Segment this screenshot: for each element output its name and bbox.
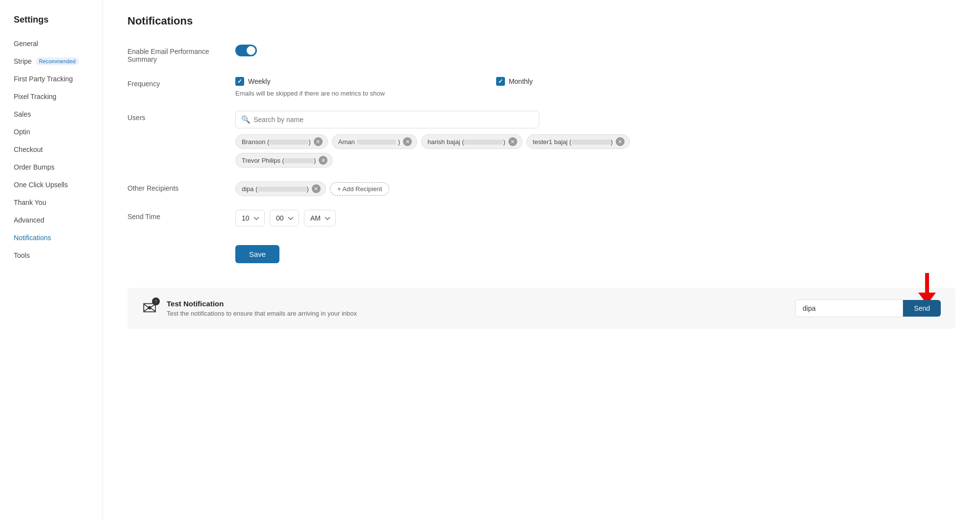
tag-name: harish bajaj () <box>427 138 505 146</box>
sidebar-item-label: Optin <box>14 128 30 136</box>
send-button[interactable]: Send <box>903 300 941 317</box>
save-section: Save <box>127 240 955 263</box>
test-notification: ✉ ↑ Test Notification Test the notificat… <box>127 288 955 329</box>
test-input-wrap: Send <box>795 299 941 317</box>
monthly-label: Monthly <box>509 77 533 85</box>
sidebar-item-tools[interactable]: Tools <box>0 247 102 264</box>
search-icon: 🔍 <box>241 115 251 124</box>
save-button[interactable]: Save <box>235 245 279 263</box>
page-title: Notifications <box>127 15 955 27</box>
search-wrap: 🔍 <box>235 111 539 128</box>
hour-select[interactable]: 1234 5678 9101112 <box>235 210 265 226</box>
frequency-options: Weekly Monthly <box>235 77 955 86</box>
sidebar-item-label: Pixel Tracking <box>14 93 56 100</box>
recipients-row: dipa () ✕ + Add Recipient <box>235 181 955 196</box>
user-tag: tester1 bajaj () ✕ <box>527 134 630 149</box>
send-time-content: 1234 5678 9101112 00051015 20253035 4045… <box>235 210 955 226</box>
enable-email-row: Enable Email Performance Summary <box>127 45 955 63</box>
sidebar-item-label: Checkout <box>14 146 43 153</box>
other-recipients-content: dipa () ✕ + Add Recipient <box>235 181 955 196</box>
sidebar-item-label: Notifications <box>14 234 51 242</box>
sidebar-item-label: Stripe <box>14 57 32 65</box>
main-content: Notifications Enable Email Performance S… <box>103 0 980 521</box>
user-tag: Branson () ✕ <box>235 134 328 149</box>
frequency-note: Emails will be skipped if there are no m… <box>235 90 955 97</box>
test-email-input[interactable] <box>795 299 903 317</box>
tag-remove-icon[interactable]: ✕ <box>319 156 327 165</box>
weekly-label: Weekly <box>248 77 271 85</box>
sidebar-item-advanced[interactable]: Advanced <box>0 211 102 229</box>
add-recipient-button[interactable]: + Add Recipient <box>330 182 389 196</box>
user-tag: Trevor Philips () ✕ <box>235 153 333 168</box>
user-tags-container: Branson () ✕ Aman) ✕ harish bajaj () ✕ t… <box>235 134 677 168</box>
time-selects: 1234 5678 9101112 00051015 20253035 4045… <box>235 210 955 226</box>
user-tag: Aman) ✕ <box>332 134 417 149</box>
sidebar-item-label: Order Bumps <box>14 163 54 171</box>
tag-remove-icon[interactable]: ✕ <box>616 137 625 146</box>
users-row: Users 🔍 Branson () ✕ Aman) ✕ <box>127 111 955 168</box>
sidebar-item-label: One Click Upsells <box>14 181 68 189</box>
ampm-select[interactable]: AMPM <box>304 210 336 226</box>
search-input[interactable] <box>235 111 539 128</box>
sidebar-item-checkout[interactable]: Checkout <box>0 141 102 158</box>
frequency-content: Weekly Monthly Emails will be skipped if… <box>235 77 955 97</box>
sidebar-item-label: Thank You <box>14 198 46 206</box>
monthly-option[interactable]: Monthly <box>496 77 533 86</box>
minute-select[interactable]: 00051015 20253035 40455055 <box>270 210 299 226</box>
test-notification-title: Test Notification <box>167 299 785 308</box>
tag-name: Trevor Philips () <box>242 157 316 164</box>
app-layout: Settings General Stripe Recommended Firs… <box>0 0 980 521</box>
sidebar-item-order-bumps[interactable]: Order Bumps <box>0 158 102 176</box>
test-notification-icon-wrap: ✉ ↑ <box>142 299 157 317</box>
sidebar-item-label: Sales <box>14 110 31 118</box>
tag-remove-icon[interactable]: ✕ <box>403 137 412 146</box>
other-recipients-label: Other Recipients <box>127 181 235 192</box>
enable-email-content <box>235 45 955 56</box>
test-notification-description: Test the notifications to ensure that em… <box>167 310 785 317</box>
sidebar-item-label: Advanced <box>14 216 44 224</box>
sidebar-item-general[interactable]: General <box>0 35 102 52</box>
enable-email-toggle[interactable] <box>235 45 257 56</box>
weekly-checkbox[interactable] <box>235 77 244 86</box>
users-content: 🔍 Branson () ✕ Aman) ✕ harish bajaj () ✕ <box>235 111 955 168</box>
sidebar: Settings General Stripe Recommended Firs… <box>0 0 103 521</box>
enable-email-label: Enable Email Performance Summary <box>127 45 235 63</box>
sidebar-item-notifications[interactable]: Notifications <box>0 229 102 247</box>
frequency-label: Frequency <box>127 77 235 88</box>
tag-name: tester1 bajaj () <box>533 138 613 146</box>
sidebar-item-sales[interactable]: Sales <box>0 105 102 123</box>
sidebar-item-label: Tools <box>14 251 30 259</box>
weekly-option[interactable]: Weekly <box>235 77 271 86</box>
recipient-text: dipa () <box>242 185 309 193</box>
toggle-wrap <box>235 45 955 56</box>
sidebar-title: Settings <box>0 15 102 35</box>
arrow-shaft <box>925 273 929 293</box>
user-tag: harish bajaj () ✕ <box>421 134 523 149</box>
send-time-row: Send Time 1234 5678 9101112 00051015 202… <box>127 210 955 226</box>
sidebar-item-pixel[interactable]: Pixel Tracking <box>0 88 102 105</box>
frequency-row: Frequency Weekly Monthly Emails will be … <box>127 77 955 97</box>
upload-icon: ↑ <box>152 298 160 305</box>
toggle-slider <box>235 45 257 56</box>
send-time-label: Send Time <box>127 210 235 221</box>
other-recipients-row: Other Recipients dipa () ✕ + Add Recipie… <box>127 181 955 196</box>
recipient-tag: dipa () ✕ <box>235 181 326 196</box>
stripe-badge: Recommended <box>36 57 79 65</box>
tag-name: Branson () <box>242 138 311 146</box>
test-notification-text: Test Notification Test the notifications… <box>167 299 785 317</box>
tag-remove-icon[interactable]: ✕ <box>314 137 323 146</box>
sidebar-item-stripe[interactable]: Stripe Recommended <box>0 52 102 70</box>
sidebar-item-first-party[interactable]: First Party Tracking <box>0 70 102 88</box>
monthly-checkbox[interactable] <box>496 77 505 86</box>
test-notification-wrapper: ✉ ↑ Test Notification Test the notificat… <box>127 288 955 329</box>
sidebar-item-optin[interactable]: Optin <box>0 123 102 141</box>
sidebar-item-label: General <box>14 40 38 48</box>
sidebar-item-one-click[interactable]: One Click Upsells <box>0 176 102 194</box>
tag-remove-icon[interactable]: ✕ <box>508 137 517 146</box>
recipient-remove-icon[interactable]: ✕ <box>312 184 321 193</box>
tag-name: Aman) <box>338 138 400 146</box>
users-label: Users <box>127 111 235 122</box>
sidebar-item-label: First Party Tracking <box>14 75 73 83</box>
sidebar-item-thank-you[interactable]: Thank You <box>0 194 102 211</box>
